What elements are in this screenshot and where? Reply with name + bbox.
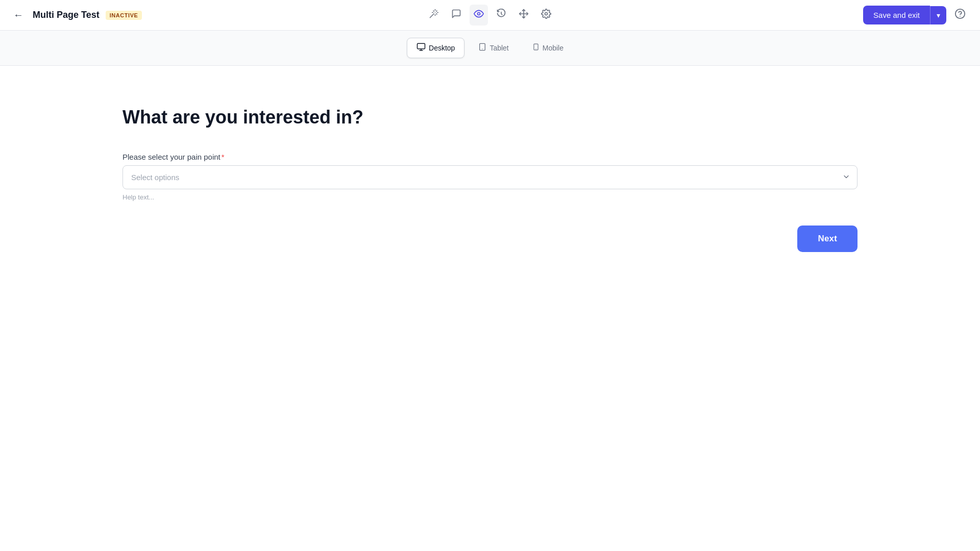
header-icon-group <box>425 5 555 26</box>
settings-button[interactable] <box>537 5 555 26</box>
next-button[interactable]: Next <box>797 226 857 252</box>
desktop-tab[interactable]: Desktop <box>407 38 464 58</box>
history-icon <box>496 9 506 21</box>
svg-point-3 <box>545 13 548 15</box>
magic-wand-button[interactable] <box>425 5 443 26</box>
move-button[interactable] <box>514 5 533 26</box>
header-left: ← Multi Page Test INACTIVE <box>10 6 142 24</box>
save-exit-button[interactable]: Save and exit <box>863 6 930 24</box>
preview-button[interactable] <box>470 5 488 26</box>
help-text: Help text... <box>122 193 857 201</box>
dropdown-arrow-icon: ▾ <box>937 11 940 19</box>
tablet-icon <box>478 42 486 54</box>
mobile-icon <box>532 42 540 54</box>
settings-icon <box>541 9 551 21</box>
save-exit-dropdown-button[interactable]: ▾ <box>930 6 946 24</box>
back-arrow-icon: ← <box>13 9 23 21</box>
tablet-label: Tablet <box>489 44 508 52</box>
eye-icon <box>474 9 484 21</box>
header-right: Save and exit ▾ <box>863 4 970 26</box>
required-indicator: * <box>222 153 225 161</box>
back-button[interactable]: ← <box>10 6 27 24</box>
page-title: Multi Page Test <box>33 10 100 20</box>
main-content: What are you interested in? Please selec… <box>0 66 980 272</box>
svg-point-0 <box>478 13 480 15</box>
svg-rect-6 <box>418 43 425 49</box>
next-button-row: Next <box>122 226 857 252</box>
header: ← Multi Page Test INACTIVE <box>0 0 980 31</box>
device-tabs: Desktop Tablet Mobile <box>0 31 980 66</box>
field-group: Please select your pain point* Select op… <box>122 153 857 201</box>
pain-point-select[interactable]: Select options <box>122 165 857 189</box>
chat-icon <box>451 9 461 21</box>
move-icon <box>519 9 529 21</box>
help-button[interactable] <box>950 4 970 26</box>
comments-button[interactable] <box>447 5 465 26</box>
svg-rect-11 <box>534 44 538 50</box>
select-wrapper: Select options <box>122 165 857 189</box>
form-title: What are you interested in? <box>122 107 857 128</box>
field-label: Please select your pain point* <box>122 153 857 161</box>
mobile-label: Mobile <box>543 44 564 52</box>
magic-wand-icon <box>429 9 439 21</box>
status-badge: INACTIVE <box>106 11 142 20</box>
help-icon <box>954 8 966 22</box>
history-button[interactable] <box>492 5 510 26</box>
desktop-label: Desktop <box>429 44 455 52</box>
desktop-icon <box>416 42 426 54</box>
mobile-tab[interactable]: Mobile <box>523 38 573 58</box>
tablet-tab[interactable]: Tablet <box>469 38 518 58</box>
